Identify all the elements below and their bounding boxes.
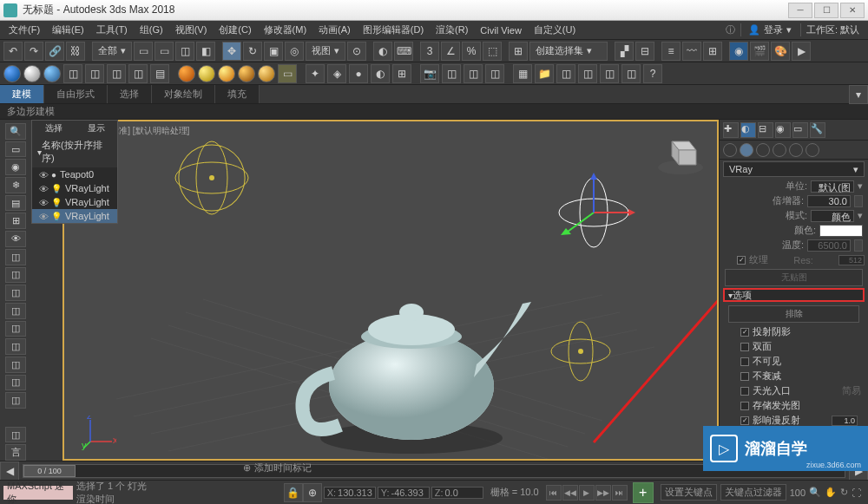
menu-customize[interactable]: 自定义(U) <box>529 22 581 38</box>
nav-pan-button[interactable]: ✋ <box>825 487 837 498</box>
login-button[interactable]: 👤 登录 ▾ <box>740 23 799 36</box>
rotate-button[interactable]: ↻ <box>243 42 262 61</box>
material-editor-button[interactable]: ◉ <box>729 42 748 61</box>
lbtn-b[interactable]: ◫ <box>5 267 26 284</box>
exclude-button[interactable]: 排除 <box>728 305 859 323</box>
lbtn-select[interactable]: ▭ <box>5 141 26 158</box>
menu-animation[interactable]: 动画(A) <box>313 22 356 38</box>
vray-cam-icon[interactable]: 📷 <box>420 64 439 83</box>
hierarchy-tab-icon[interactable]: ⊟ <box>758 122 773 138</box>
render-frame-button[interactable]: ▶ <box>792 42 811 61</box>
lbtn-f[interactable]: ◫ <box>5 338 26 355</box>
lbtn-i[interactable]: ◫ <box>5 392 26 409</box>
menu-render[interactable]: 渲染(R) <box>431 22 473 38</box>
lbtn-d[interactable]: ◫ <box>5 303 26 319</box>
multiplier-value[interactable]: 30.0 <box>807 195 851 207</box>
vray-fur-icon[interactable]: ✦ <box>306 64 325 83</box>
addtime-label[interactable]: 添加时间标记 <box>254 461 312 475</box>
options-rollout-header[interactable]: ▾ 选项 <box>723 288 865 302</box>
lbtn-k[interactable]: 言 <box>5 444 26 461</box>
percent-snap-button[interactable]: % <box>462 42 481 61</box>
menu-edit[interactable]: 编辑(E) <box>47 22 89 38</box>
vray-tool7[interactable]: ◫ <box>621 64 641 83</box>
minimize-button[interactable]: ─ <box>788 3 812 18</box>
manipulate-button[interactable]: ◐ <box>373 42 392 61</box>
notex-button[interactable]: 无贴图 <box>725 269 863 286</box>
se-item-light2[interactable]: 👁💡 VRayLight <box>32 195 117 209</box>
se-header[interactable]: ▾ 名称(按升序排序) <box>32 136 117 167</box>
menu-file[interactable]: 文件(F) <box>3 22 45 38</box>
refcoord-dropdown[interactable]: 视图 ▾ <box>306 42 345 61</box>
keyboard-button[interactable]: ⌨ <box>394 42 413 61</box>
lock-icon[interactable]: 🔒 <box>284 483 303 502</box>
curve-editor-button[interactable]: 〰 <box>682 42 701 61</box>
teapot-object[interactable] <box>281 269 542 460</box>
vray-mat2-icon[interactable] <box>23 65 41 82</box>
mirror-button[interactable]: ▞ <box>615 42 634 61</box>
menu-view[interactable]: 视图(V) <box>170 22 213 38</box>
vray-tool3[interactable]: ◫ <box>485 64 504 83</box>
set-key-button[interactable]: 设置关键点 <box>661 484 717 501</box>
maximize-button[interactable]: ☐ <box>814 3 838 18</box>
prev-frame-button[interactable]: ◀◀ <box>562 485 578 501</box>
vray-tool2[interactable]: ◫ <box>464 64 483 83</box>
unit-value[interactable]: 默认(图像) <box>811 180 854 193</box>
rect-select-button[interactable]: ◫ <box>175 42 194 61</box>
vray-vfb-icon[interactable]: ▦ <box>513 64 532 83</box>
sys-sub-icon[interactable] <box>806 143 819 157</box>
pivot-button[interactable]: ⊙ <box>347 42 366 61</box>
named-selection-button[interactable]: ⊞ <box>509 42 528 61</box>
vray-mat3-icon[interactable] <box>43 65 61 82</box>
window-button[interactable]: ◧ <box>196 42 215 61</box>
vray-sun-icon[interactable] <box>178 65 195 82</box>
angle-snap-button[interactable]: ∠ <box>441 42 460 61</box>
info-icon[interactable]: ⓘ <box>722 23 739 36</box>
vray-ambient-icon[interactable] <box>258 65 275 82</box>
vray-ies-icon[interactable] <box>238 65 255 82</box>
lbtn-j[interactable]: ◫ <box>5 427 26 443</box>
goto-end-button[interactable]: ⏭ <box>612 485 628 501</box>
menu-modifiers[interactable]: 修改器(M) <box>259 22 312 38</box>
utilities-tab-icon[interactable]: 🔧 <box>810 122 825 138</box>
add-time-tag-button[interactable]: + <box>633 482 654 503</box>
key-filter-button[interactable]: 关键点过滤器 <box>720 484 786 501</box>
menu-graph[interactable]: 图形编辑器(D) <box>358 22 429 38</box>
menu-civilview[interactable]: Civil View <box>475 23 526 37</box>
cam-sub-icon[interactable] <box>756 143 770 157</box>
invisible-checkbox[interactable] <box>740 357 749 366</box>
move-button[interactable]: ✥ <box>222 42 241 61</box>
se-item-teapot[interactable]: 👁● Teapot0 <box>32 167 117 181</box>
double-sided-checkbox[interactable] <box>740 343 749 351</box>
unlink-button[interactable]: ⛓ <box>66 42 85 61</box>
vray-plane-icon[interactable]: ▭ <box>278 64 297 83</box>
select-button[interactable]: ▭ <box>134 42 153 61</box>
menu-create[interactable]: 创建(C) <box>214 22 256 38</box>
spinner-snap-button[interactable]: ⬚ <box>483 42 502 61</box>
lbtn-a[interactable]: ◫ <box>5 249 26 265</box>
affect-diffuse-checkbox[interactable]: ✓ <box>740 416 749 425</box>
vray-tool1[interactable]: ◫ <box>442 64 461 83</box>
multiplier-spinner[interactable] <box>854 195 863 207</box>
render-button[interactable]: 🎨 <box>771 42 790 61</box>
lbtn-group[interactable]: ⊞ <box>5 213 26 229</box>
vray-instancer-icon[interactable]: ⊞ <box>392 64 411 83</box>
se-tab-select[interactable]: 选择 <box>32 121 75 136</box>
helper-icon[interactable] <box>773 143 786 157</box>
layers-button[interactable]: ≡ <box>661 42 681 61</box>
no-decay-checkbox[interactable] <box>740 372 749 381</box>
modify-tab-icon[interactable]: ◐ <box>740 122 756 138</box>
se-item-light1[interactable]: 👁💡 VRayLight <box>32 181 117 195</box>
selected-light-gizmo[interactable] <box>550 169 637 256</box>
coord-mode-icon[interactable]: ⊕ <box>303 483 322 502</box>
cast-shadows-checkbox[interactable]: ✓ <box>740 328 749 337</box>
vray-asset-icon[interactable]: 📁 <box>535 64 554 83</box>
x-coord[interactable]: X:130.313 <box>324 487 376 499</box>
ribbon-tab-modeling[interactable]: 建模 <box>0 85 44 103</box>
light-gizmo-2[interactable] <box>546 317 615 386</box>
ribbon-tab-freeform[interactable]: 自由形式 <box>44 85 108 103</box>
select-name-button[interactable]: ▭ <box>155 42 174 61</box>
play-button[interactable]: ▶ <box>579 485 595 501</box>
vray-sphere-icon[interactable]: ● <box>349 64 368 83</box>
create-tab-icon[interactable]: ✚ <box>723 122 739 138</box>
nav-zoom-button[interactable]: 🔍 <box>809 487 821 498</box>
